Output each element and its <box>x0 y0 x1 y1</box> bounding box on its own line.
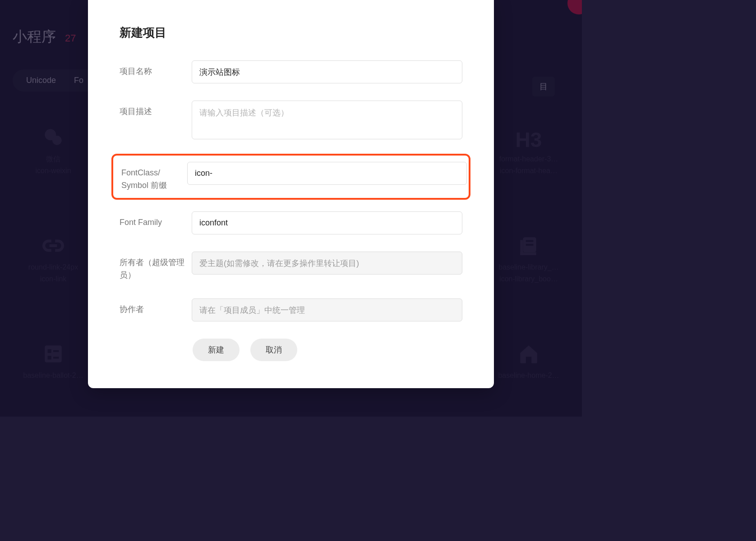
owner-input <box>192 252 462 275</box>
field-owner: 所有者（超级管理员） <box>120 252 462 281</box>
modal-actions: 新建 取消 <box>193 339 462 361</box>
label-project-name: 项目名称 <box>120 60 192 78</box>
new-project-modal: 新建项目 项目名称 项目描述 FontClass/ Symbol 前缀 Font… <box>88 0 494 388</box>
cancel-button[interactable]: 取消 <box>250 339 297 361</box>
project-desc-input[interactable] <box>192 101 462 139</box>
field-collaborator: 协作者 <box>120 298 462 321</box>
collaborator-input <box>192 298 462 321</box>
field-prefix: FontClass/ Symbol 前缀 <box>111 154 470 200</box>
label-project-desc: 项目描述 <box>120 101 192 118</box>
modal-title: 新建项目 <box>120 25 462 41</box>
field-project-name: 项目名称 <box>120 60 462 83</box>
create-button[interactable]: 新建 <box>193 339 240 361</box>
field-project-desc: 项目描述 <box>120 101 462 141</box>
prefix-input[interactable] <box>187 162 467 185</box>
label-prefix: FontClass/ Symbol 前缀 <box>115 162 187 192</box>
project-name-input[interactable] <box>192 60 462 83</box>
label-collaborator: 协作者 <box>120 298 192 316</box>
font-family-input[interactable] <box>192 211 462 234</box>
label-font-family: Font Family <box>120 211 192 229</box>
label-owner: 所有者（超级管理员） <box>120 252 192 281</box>
field-font-family: Font Family <box>120 211 462 234</box>
